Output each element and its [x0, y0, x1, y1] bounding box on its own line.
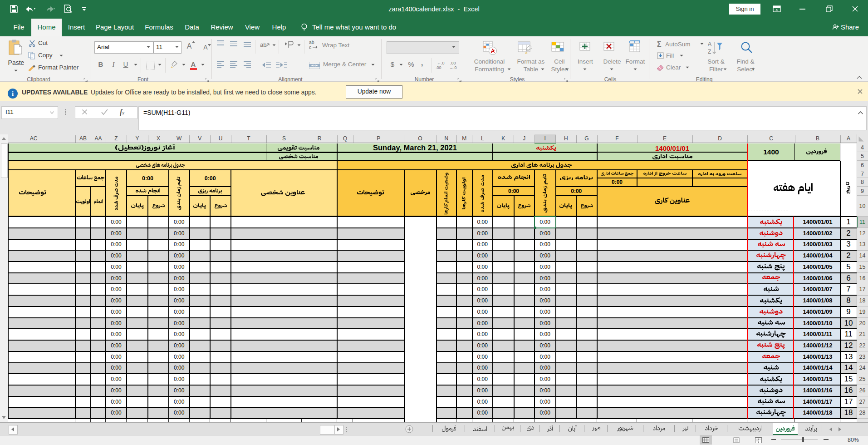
svg-text:←.0: ←.0 [437, 61, 445, 65]
svg-text:→.0: →.0 [449, 65, 457, 69]
svg-text:ab: ab [260, 41, 266, 48]
svg-text:.00: .00 [450, 61, 456, 65]
svg-text:A: A [708, 41, 711, 47]
svg-text:.00: .00 [436, 65, 441, 69]
svg-text:c: c [309, 44, 311, 50]
svg-text:Z: Z [708, 49, 711, 55]
